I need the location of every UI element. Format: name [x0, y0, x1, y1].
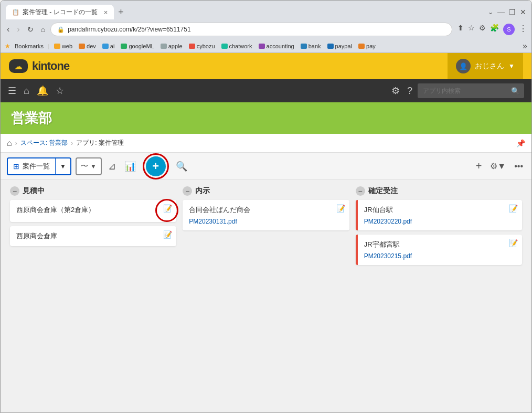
settings-gear-btn[interactable]: ⚙▼ — [488, 159, 508, 173]
bookmarks-star-icon: ★ — [5, 43, 10, 50]
minimize-btn[interactable]: — — [497, 8, 505, 16]
kintone-logo[interactable]: ☁ kintone — [9, 59, 69, 73]
more-actions-btn[interactable]: ••• — [512, 160, 525, 173]
restore-btn[interactable]: ❐ — [509, 8, 516, 16]
view-selector[interactable]: ⊞ 案件一覧 ▼ — [7, 157, 71, 175]
toolbar-search-area: ⚙ ? 🔍 — [391, 83, 524, 98]
bell-icon[interactable]: 🔔 — [37, 85, 48, 97]
tab-close-btn[interactable]: × — [104, 8, 108, 16]
back-btn[interactable]: ‹ — [5, 24, 12, 35]
new-tab-btn[interactable]: + — [118, 7, 124, 18]
reload-btn[interactable]: ↻ — [25, 24, 36, 35]
user-menu-btn[interactable]: 👤 おじさん ▼ — [448, 53, 523, 79]
home-nav-icon[interactable]: ⌂ — [24, 86, 29, 97]
graph-dropdown-icon: ▼ — [90, 163, 97, 170]
lock-icon: 🔒 — [57, 26, 65, 33]
space-header: 営業部 — [1, 102, 531, 134]
kintone-toolbar: ☰ ⌂ 🔔 ☆ ⚙ ? 🔍 — [1, 79, 531, 102]
kintone-header: ☁ kintone 👤 おじさん ▼ — [1, 53, 531, 79]
filter-btn[interactable]: ⊿ — [106, 158, 118, 174]
puzzle-icon[interactable]: 🧩 — [490, 24, 499, 35]
breadcrumb-pin-icon[interactable]: 📌 — [516, 139, 525, 147]
col3-title: 確定受注 — [368, 186, 398, 196]
active-tab[interactable]: 📋 案件管理 - レコードの一覧 × — [6, 5, 114, 19]
view-dropdown-icon[interactable]: ▼ — [55, 158, 70, 174]
bm-pay[interactable]: pay — [356, 43, 378, 50]
address-input-area[interactable]: 🔒 pandafirm.cybozu.com/k/25/?view=651175… — [50, 23, 452, 36]
card3-link[interactable]: PM20230131.pdf — [189, 218, 343, 225]
kanban-card-4[interactable]: JR仙台駅 PM20230220.pdf 📝 — [356, 200, 522, 230]
share-icon[interactable]: ⬆ — [457, 24, 464, 35]
bookmarks-more-icon[interactable]: » — [523, 41, 527, 51]
kanban-col-2: − 内示 合同会社ぱんだ商会 PM20230131.pdf 📝 — [183, 186, 349, 407]
breadcrumb: ⌂ › スペース: 営業部 › アプリ: 案件管理 📌 — [1, 134, 531, 153]
bm-cybozu[interactable]: cybozu — [186, 43, 218, 50]
bm-ai[interactable]: ai — [100, 43, 118, 50]
card4-link[interactable]: PM20230220.pdf — [364, 218, 516, 225]
col1-header: − 見積中 — [10, 186, 176, 196]
header-right: 👤 おじさん ▼ — [448, 53, 523, 79]
logo-cloud-icon: ☁ — [9, 59, 28, 73]
col2-title: 内示 — [195, 186, 210, 196]
card5-edit-icon[interactable]: 📝 — [509, 239, 518, 247]
bm-web[interactable]: web — [51, 43, 75, 50]
view-selector-label-area: ⊞ 案件一覧 — [8, 162, 55, 171]
col3-header: − 確定受注 — [356, 186, 522, 196]
bm-dev[interactable]: dev — [76, 43, 99, 50]
kanban-card-3[interactable]: 合同会社ぱんだ商会 PM20230131.pdf 📝 — [183, 200, 349, 230]
settings-icon[interactable]: ⚙ — [391, 85, 400, 97]
card4-title: JR仙台駅 — [364, 205, 516, 215]
menu-dots[interactable]: ⋮ — [519, 24, 527, 35]
card2-title: 西原商会倉庫 — [16, 231, 170, 241]
kanban-col-3: − 確定受注 JR仙台駅 PM20230220.pdf 📝 JR宇都宮駅 PM2… — [356, 186, 522, 407]
star-icon[interactable]: ☆ — [56, 85, 64, 97]
graph-btn[interactable]: 〜 ▼ — [76, 157, 102, 175]
card2-edit-icon[interactable]: 📝 — [163, 230, 172, 239]
bm-paypal[interactable]: paypal — [325, 43, 355, 50]
breadcrumb-home-icon[interactable]: ⌂ — [7, 139, 12, 148]
help-icon[interactable]: ? — [407, 86, 412, 97]
close-btn[interactable]: ✕ — [520, 8, 526, 16]
kanban-col-1: − 見積中 西原商会倉庫（第2倉庫） 📝 西原商会倉庫 📝 — [10, 186, 176, 407]
hamburger-icon[interactable]: ☰ — [8, 85, 16, 97]
add-circle-highlight — [143, 153, 169, 179]
col1-collapse-icon[interactable]: − — [10, 186, 19, 196]
kanban-card-1[interactable]: 西原商会倉庫（第2倉庫） 📝 — [10, 200, 176, 222]
card3-edit-icon[interactable]: 📝 — [336, 204, 345, 213]
search-icon-btn[interactable]: 🔍 — [174, 158, 189, 174]
tab-title: 案件管理 - レコードの一覧 — [23, 8, 98, 17]
app-search-input[interactable] — [418, 83, 507, 98]
bm-bank[interactable]: bank — [298, 43, 324, 50]
bm-apple[interactable]: apple — [158, 43, 185, 50]
add-simple-btn[interactable]: + — [474, 158, 484, 174]
app-search-btn[interactable]: 🔍 — [507, 83, 524, 98]
bm-googleml[interactable]: googleML — [118, 43, 156, 50]
view-toolbar: ⊞ 案件一覧 ▼ 〜 ▼ ⊿ 📊 + 🔍 + — [1, 153, 531, 180]
home-btn[interactable]: ⌂ — [39, 24, 47, 35]
kanban-card-2[interactable]: 西原商会倉庫 📝 — [10, 226, 176, 246]
graph-line-icon: 〜 — [81, 162, 88, 171]
avatar-s[interactable]: S — [503, 24, 515, 35]
breadcrumb-space-link[interactable]: スペース: 営業部 — [20, 139, 68, 147]
kanban-card-5[interactable]: JR宇都宮駅 PM20230215.pdf 📝 — [356, 235, 522, 265]
kanban-area: − 見積中 西原商会倉庫（第2倉庫） 📝 西原商会倉庫 📝 — [1, 180, 531, 413]
card4-edit-icon[interactable]: 📝 — [509, 204, 518, 213]
card3-title: 合同会社ぱんだ商会 — [189, 205, 343, 215]
card1-edit-icon[interactable]: 📝 — [163, 204, 172, 213]
forward-btn[interactable]: › — [15, 24, 22, 35]
user-avatar-icon: 👤 — [456, 59, 471, 73]
space-title: 営業部 — [11, 109, 52, 128]
card1-title: 西原商会倉庫（第2倉庫） — [16, 205, 170, 215]
bm-chatwork[interactable]: chatwork — [219, 43, 255, 50]
chart-btn[interactable]: 📊 — [122, 158, 138, 174]
tab-favicon: 📋 — [12, 9, 19, 16]
bookmark-star-icon[interactable]: ☆ — [468, 24, 475, 35]
card5-link[interactable]: PM20230215.pdf — [364, 252, 516, 260]
col2-collapse-icon[interactable]: − — [183, 186, 192, 196]
bookmarks-label[interactable]: Bookmarks — [13, 43, 46, 50]
extensions-icon[interactable]: ⚙ — [479, 24, 486, 35]
breadcrumb-sep2: › — [71, 140, 73, 147]
breadcrumb-app-label: アプリ: 案件管理 — [76, 139, 124, 147]
bm-accounting[interactable]: accounting — [256, 43, 297, 50]
col3-collapse-icon[interactable]: − — [356, 186, 365, 196]
